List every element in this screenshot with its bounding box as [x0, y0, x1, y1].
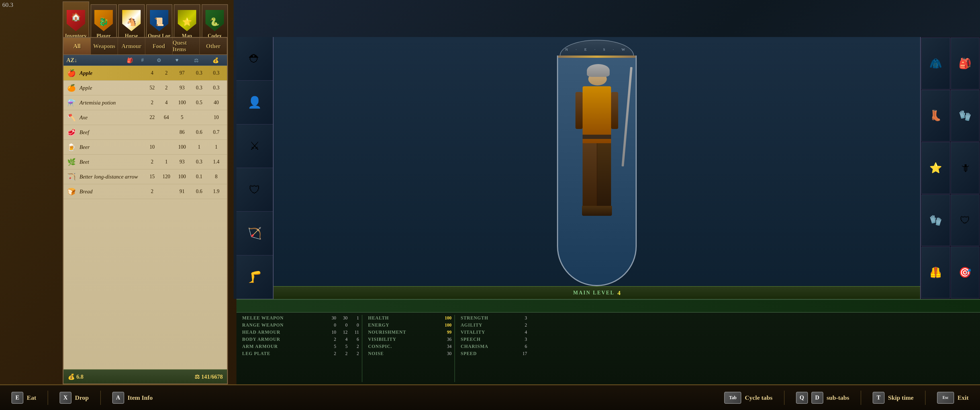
stat-visibility: VISIBILITY 36	[367, 336, 453, 343]
leg-plate-v1: 2	[328, 351, 336, 356]
item-name: Better long-distance arrow	[80, 174, 145, 180]
item-cond: 5	[173, 114, 191, 121]
char-arm-right	[611, 92, 618, 129]
equip-slot-helm[interactable]: ⛑	[237, 37, 273, 81]
item-val: 40	[208, 100, 225, 106]
item-val: 0.3	[208, 85, 225, 91]
equip-slot-chest[interactable]: 🧥	[921, 38, 950, 89]
sort-az-icon[interactable]: AZ↓	[66, 57, 77, 64]
sort-heart-icon[interactable]: ♥	[169, 57, 185, 63]
list-item[interactable]: ⚗️ Artemisia potion 2 4 100 0.5 40	[64, 95, 227, 110]
equip-slot-back[interactable]: 🎒	[951, 38, 980, 89]
cat-tab-weapons[interactable]: Weapons	[91, 38, 118, 54]
range-v2: 0	[339, 323, 348, 328]
energy-val: 100	[440, 323, 452, 328]
leg-plate-v2: 2	[339, 351, 348, 356]
item-price: 1	[159, 159, 173, 165]
melee-label: MELEE WEAPON	[242, 315, 328, 321]
item-cond: 93	[173, 85, 191, 91]
item-name: Beer	[80, 144, 145, 150]
stat-arm-armour: ARM ARMOUR 5 5 2	[241, 343, 360, 350]
main-level-label: MAIN LEVEL	[573, 290, 615, 296]
sort-gear-icon[interactable]: ⚙	[152, 57, 166, 64]
gold-amount: 💰 6.8	[68, 373, 83, 380]
list-item[interactable]: 🏹 Better long-distance arrow 15 120 100 …	[64, 169, 227, 184]
list-item[interactable]: 🍺 Beer 10 100 1 1	[64, 140, 227, 154]
vitality-val: 4	[519, 330, 527, 335]
item-cond: 97	[173, 70, 191, 76]
cat-tab-armour[interactable]: Armour	[118, 38, 145, 54]
list-item[interactable]: 🌿 Beet 2 1 93 0.3 1.4	[64, 154, 227, 169]
top-nav: 🏠 Inventory 🐉 Player 🐴 Horse 📜 Quest Log	[0, 0, 228, 43]
equip-slot-dagger[interactable]: 🗡	[951, 142, 980, 194]
nav-tab-player[interactable]: 🐉 Player	[91, 4, 117, 41]
list-item[interactable]: 🍞 Bread 2 91 0.6 1.9	[64, 184, 227, 199]
separator-2	[100, 391, 101, 405]
inventory-footer: 💰 6.8 ⚖ 141/6678	[64, 369, 227, 383]
health-label: HEALTH	[368, 315, 440, 321]
separator-5	[925, 391, 926, 405]
list-item[interactable]: 🪓 Axe 22 64 5 10	[64, 110, 227, 125]
iteminfo-key: A	[112, 392, 124, 404]
sort-hash-icon[interactable]: #	[135, 57, 150, 63]
cycletabs-action[interactable]: Tab Cycle tabs	[724, 392, 772, 404]
cat-tab-questitems[interactable]: Quest Items	[173, 38, 200, 54]
list-item[interactable]: 🍊 Apple 52 2 93 0.3 0.3	[64, 81, 227, 95]
cat-tab-all[interactable]: All	[64, 38, 91, 54]
nav-tab-map[interactable]: ⭐ Map	[174, 4, 200, 41]
item-cond: 91	[173, 189, 191, 194]
nav-tab-codex[interactable]: 🐍 Codex	[202, 4, 228, 41]
equip-slot-shield2[interactable]: 🛡	[951, 194, 980, 246]
drop-action[interactable]: X Drop	[60, 392, 89, 404]
char-helmet-visual	[587, 64, 610, 77]
exit-action[interactable]: Esc Exit	[937, 392, 969, 404]
arrow-icon: 🏹	[248, 227, 262, 240]
sort-weight-icon[interactable]: ⚖	[188, 57, 205, 64]
eat-action[interactable]: E Eat	[11, 392, 36, 404]
list-item[interactable]: 🥩 Beef 86 0.6 0.7	[64, 125, 227, 140]
nav-tab-inventory[interactable]: 🏠 Inventory	[63, 2, 89, 41]
item-icon: 🏹	[66, 171, 77, 183]
map-shield-icon: ⭐	[177, 9, 197, 32]
item-name: Axe	[80, 114, 145, 121]
equip-slot-bracers[interactable]: 🧤	[921, 194, 950, 246]
list-item[interactable]: 🍎 Apple 4 2 97 0.3 0.3	[64, 66, 227, 81]
equip-slot-ring[interactable]: ⭐	[921, 142, 950, 194]
iteminfo-label: Item Info	[127, 394, 153, 402]
skiptime-label: Skip time	[888, 394, 914, 402]
sort-bag-icon[interactable]: 🎒	[127, 57, 133, 64]
item-cond: 100	[173, 144, 191, 150]
subtabs-action[interactable]: Q D sub-tabs	[796, 392, 849, 404]
equip-slot-legs[interactable]: 🦵	[237, 256, 273, 299]
equip-slot-sword[interactable]: ⚔	[237, 124, 273, 168]
cat-tab-food[interactable]: Food	[145, 38, 173, 54]
conspic-label: CONSPIC.	[368, 344, 440, 349]
equip-slot-gloves[interactable]: 🧤	[951, 90, 980, 142]
equip-slot-head[interactable]: 👤	[237, 81, 273, 124]
equip-slot-boot[interactable]: 👢	[921, 90, 950, 142]
speech-val: 3	[519, 337, 527, 342]
stat-strength: STRENGTH 3	[459, 315, 528, 321]
bottom-action-bar: E Eat X Drop A Item Info Tab Cycle tabs …	[0, 385, 980, 410]
codex-shield-icon: 🐍	[205, 9, 225, 32]
item-price: 120	[159, 174, 173, 180]
stats-header	[237, 300, 980, 313]
equip-slot-arrow[interactable]: 🏹	[237, 211, 273, 255]
skiptime-action[interactable]: T Skip time	[873, 392, 914, 404]
eat-key: E	[11, 392, 23, 404]
equip-slot-tabard[interactable]: 🦺	[921, 246, 950, 299]
equip-slot-quiver[interactable]: 🎯	[951, 246, 980, 299]
nav-tab-horse[interactable]: 🐴 Horse	[118, 4, 145, 41]
cat-tab-other[interactable]: Other	[200, 38, 227, 54]
nav-tab-questlog[interactable]: 📜 Quest Log	[146, 4, 173, 41]
item-icon: 🍺	[66, 141, 77, 153]
gold-icon: 💰	[68, 373, 75, 380]
sort-gold-icon[interactable]: 💰	[207, 57, 224, 64]
iteminfo-action[interactable]: A Item Info	[112, 392, 153, 404]
cycletabs-label: Cycle tabs	[745, 394, 772, 402]
item-qty: 22	[145, 114, 159, 121]
stat-head-armour: HEAD ARMOUR 10 12 11	[241, 329, 360, 335]
equip-slot-shield[interactable]: 🛡	[237, 168, 273, 211]
item-val: 8	[208, 174, 225, 180]
stats-grid: MELEE WEAPON 30 30 1 RANGE WEAPON 0 0 0 …	[237, 313, 980, 385]
